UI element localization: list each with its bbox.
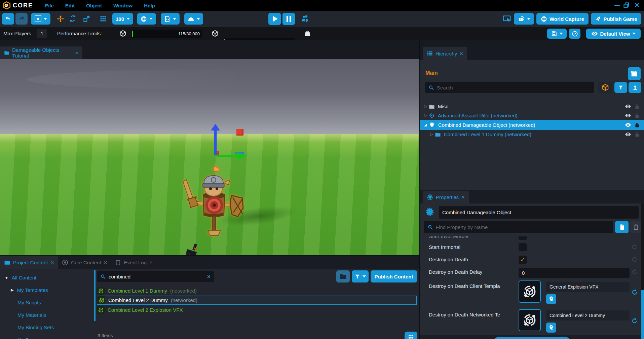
close-icon[interactable]: × (149, 260, 153, 265)
tree-item-my-materials[interactable]: My Materials (17, 312, 46, 318)
reset-icon[interactable] (631, 244, 638, 250)
locate-asset-button[interactable] (546, 294, 556, 304)
add-custom-property-button[interactable]: + Add Custom Property (495, 337, 569, 339)
export-button[interactable] (629, 82, 641, 93)
lock-icon[interactable] (634, 104, 640, 109)
redo-button[interactable] (15, 13, 28, 25)
rotate-tool-button[interactable] (69, 14, 77, 23)
visibility-eye-icon[interactable] (625, 131, 631, 138)
world-settings-dropdown[interactable] (137, 13, 156, 25)
close-icon[interactable]: × (635, 0, 639, 10)
play-button[interactable] (268, 13, 281, 25)
properties-scrollbar-thumb[interactable] (641, 290, 644, 339)
menu-object[interactable]: Object (86, 3, 102, 8)
panel-splitter[interactable] (94, 270, 96, 321)
select-tool-dropdown[interactable] (31, 13, 50, 25)
start-immortal-checkbox[interactable] (519, 243, 527, 251)
hierarchy-search-input[interactable]: Search (425, 82, 594, 93)
tab-scene[interactable]: Damageable Objects Tutorial × (0, 46, 82, 59)
close-icon[interactable]: × (50, 260, 54, 265)
networked-template-asset-slot[interactable] (519, 309, 541, 331)
client-template-asset-name[interactable]: General Explosion VFX (546, 282, 630, 292)
menu-edit[interactable]: Edit (65, 3, 75, 8)
copy-properties-button[interactable] (615, 221, 629, 233)
menu-window[interactable]: Window (113, 3, 132, 8)
multiplayer-preview-button[interactable] (301, 14, 309, 23)
checkbox[interactable] (519, 236, 527, 240)
undo-button[interactable] (2, 13, 14, 25)
tab-properties[interactable]: Properties × (423, 191, 469, 203)
tree-item-my-templates[interactable]: ▶ My Templates (0, 287, 48, 293)
asset-cube-button[interactable] (598, 82, 612, 93)
reset-icon[interactable] (631, 317, 638, 324)
minimize-icon[interactable] (614, 5, 620, 6)
find-property-input[interactable]: Find Property by Name (424, 221, 613, 233)
expand-arrow-icon[interactable]: ▷ (424, 113, 429, 118)
cinematic-capture-button[interactable] (628, 67, 641, 80)
default-view-dropdown[interactable]: Default View (586, 29, 641, 39)
close-icon[interactable]: × (75, 50, 78, 56)
tree-item-my-binding-sets[interactable]: My Binding Sets (17, 325, 54, 330)
lock-icon[interactable] (634, 113, 640, 118)
grid-snap-button[interactable] (100, 15, 107, 22)
damageable-dummy-model[interactable] (182, 164, 245, 237)
client-template-asset-slot[interactable] (519, 280, 541, 303)
content-item[interactable]: Combined Level 1 Dummy (networked) (97, 286, 417, 295)
assistant-dropdown[interactable] (514, 13, 534, 25)
viewport-3d-scene[interactable] (0, 59, 419, 255)
tree-item-all-content[interactable]: ▼ All Content (0, 275, 36, 280)
content-filter-dropdown[interactable] (352, 270, 369, 282)
publish-game-button[interactable]: Publish Game (591, 13, 641, 25)
content-search-input[interactable]: combined × (97, 271, 214, 282)
destroy-on-death-checkbox[interactable]: ✓ (519, 256, 527, 264)
paste-properties-button[interactable] (630, 221, 641, 233)
hierarchy-row-level1-dummy[interactable]: ▷ Combined Level 1 Dummy (networked) (420, 130, 644, 139)
destroy-delay-input[interactable]: 0 (519, 268, 630, 278)
close-icon[interactable]: × (460, 51, 463, 57)
clear-search-icon[interactable]: × (207, 273, 211, 280)
scale-tool-button[interactable] (83, 15, 90, 23)
pause-button[interactable] (282, 13, 295, 25)
tree-item-my-badges[interactable]: My Badges (17, 337, 43, 339)
browse-folder-button[interactable] (336, 270, 350, 282)
reset-icon[interactable] (631, 269, 638, 275)
expand-arrow-icon[interactable]: ▷ (424, 104, 429, 109)
close-icon[interactable]: × (104, 260, 107, 265)
content-item[interactable]: Combined Level 2 Explosion VFX (97, 305, 417, 314)
lock-icon[interactable] (634, 131, 640, 137)
reset-icon[interactable] (631, 256, 638, 263)
move-tool-button[interactable] (54, 13, 67, 25)
visibility-eye-icon[interactable] (625, 122, 631, 128)
tab-hierarchy[interactable]: Hierarchy × (423, 47, 467, 60)
save-dropdown[interactable] (547, 29, 567, 39)
hierarchy-filter-button[interactable] (614, 82, 627, 93)
world-capture-button[interactable]: World Capture (536, 13, 589, 25)
grid-view-button[interactable] (405, 332, 417, 339)
menu-help[interactable]: Help (144, 3, 155, 8)
max-players-input[interactable]: 1 (37, 29, 47, 38)
visibility-eye-icon[interactable] (625, 103, 631, 110)
script-dropdown[interactable] (161, 13, 180, 25)
expand-arrow-icon[interactable]: ▶ (11, 288, 13, 292)
close-icon[interactable]: × (461, 194, 465, 200)
properties-scrollbar-track[interactable] (641, 203, 644, 339)
assault-rifle-object[interactable] (184, 243, 201, 255)
menu-file[interactable]: File (45, 3, 54, 8)
collapse-arrow-icon[interactable] (424, 123, 429, 127)
hierarchy-row-selected[interactable]: Combined Damageable Object (networked) (420, 120, 644, 130)
expand-arrow-icon[interactable]: ▼ (5, 276, 8, 280)
publish-content-button[interactable]: Publish Content (371, 270, 417, 282)
lock-icon[interactable] (634, 122, 640, 128)
grid-size-dropdown[interactable]: 100 (112, 13, 133, 25)
screen-share-button[interactable] (502, 14, 511, 23)
tab-core-content[interactable]: Core Content × (58, 256, 111, 269)
locate-asset-button[interactable] (546, 323, 556, 333)
tab-project-content[interactable]: Project Content × (0, 256, 58, 269)
restore-icon[interactable] (623, 2, 629, 8)
tab-event-log[interactable]: Event Log × (111, 256, 157, 269)
networked-template-asset-name[interactable]: Combined Level 2 Dummy (546, 310, 630, 321)
performance-gauge-button[interactable] (569, 29, 580, 39)
terrain-dropdown[interactable] (184, 13, 203, 25)
visibility-eye-icon[interactable] (625, 112, 631, 119)
reset-icon[interactable] (631, 289, 638, 296)
